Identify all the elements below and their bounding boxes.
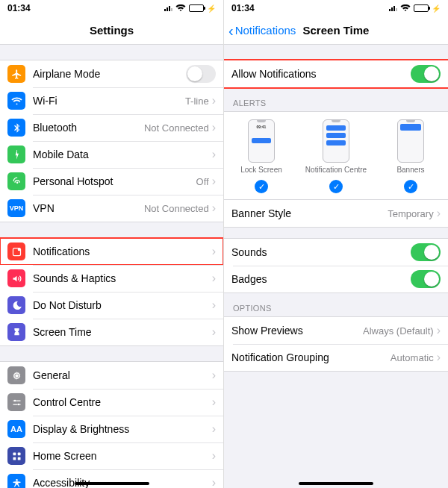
settings-row-dnd[interactable]: Do Not Disturb› [0,292,223,319]
row-label: Screen Time [33,326,212,338]
airplane-toggle[interactable] [186,65,216,83]
allow-notifications-row[interactable]: Allow Notifications [224,60,448,87]
row-label: Control Centre [33,396,212,408]
allow-notifications-toggle[interactable] [411,65,441,83]
row-label: Mobile Data [33,148,212,160]
settings-row-airplane[interactable]: Airplane Mode [0,60,223,87]
sounds-toggle[interactable] [411,243,441,261]
wifi-status-icon [400,4,411,12]
show-previews-label: Show Previews [231,325,363,337]
settings-row-general[interactable]: General› [0,362,223,389]
badges-row[interactable]: Badges [224,266,448,293]
settings-row-home[interactable]: Home Screen› [0,442,223,469]
chevron-right-icon: › [212,325,216,339]
settings-row-accessibility[interactable]: Accessibility› [0,469,223,488]
settings-group: Airplane ModeWi-FiT-line›BluetoothNot Co… [0,60,223,222]
show-previews-value: Always (Default) [363,325,434,337]
settings-row-control[interactable]: Control Centre› [0,389,223,416]
accessibility-icon [7,474,25,488]
alert-style-lock[interactable]: 09:41Lock Screen✓ [225,119,299,193]
settings-row-mobiledata[interactable]: Mobile Data› [0,141,223,168]
home-indicator[interactable] [299,482,373,485]
svg-point-12 [16,478,18,481]
settings-row-screentime[interactable]: Screen Time› [0,319,223,345]
row-label: Bluetooth [33,122,144,134]
alert-style-label: Notification Centre [305,166,367,174]
settings-row-wifi[interactable]: Wi-FiT-line› [0,87,223,114]
row-value: T-line [185,96,209,107]
settings-row-notifications[interactable]: Notifications› [0,238,223,265]
signal-icon [389,6,397,11]
hotspot-icon [7,172,25,190]
svg-point-0 [16,150,16,151]
wifi-status-icon [175,4,186,12]
alert-style-centre[interactable]: Notification Centre✓ [299,119,373,193]
chevron-right-icon: › [212,201,216,215]
badges-label: Badges [231,273,411,285]
home-indicator[interactable] [75,482,149,485]
svg-point-3 [17,248,20,251]
show-previews-row[interactable]: Show Previews Always (Default) › [224,317,448,344]
chevron-right-icon: › [212,422,216,436]
row-label: Wi-Fi [33,95,185,107]
airplane-icon [7,65,25,83]
settings-row-sounds[interactable]: Sounds & Haptics› [0,265,223,292]
settings-group: General›Control Centre›AADisplay & Brigh… [0,361,223,488]
notification-grouping-row[interactable]: Notification Grouping Automatic › [224,344,448,371]
nav-bar: ‹ Notifications Screen Time [224,16,448,45]
row-label: Airplane Mode [33,68,186,80]
settings-row-vpn[interactable]: VPNVPNNot Connected› [0,195,223,222]
bluetooth-icon [7,119,25,137]
general-icon [7,366,25,384]
alert-style-check[interactable]: ✓ [255,180,268,193]
settings-list[interactable]: Airplane ModeWi-FiT-line›BluetoothNot Co… [0,45,223,488]
back-button[interactable]: ‹ Notifications [224,24,296,37]
notifications-icon [7,243,25,260]
row-label: VPN [33,202,144,214]
alert-style-check[interactable]: ✓ [404,180,417,193]
chevron-right-icon: › [212,148,216,161]
alert-style-label: Banners [396,166,424,174]
display-icon: AA [7,420,25,438]
alert-style-check[interactable]: ✓ [329,180,343,193]
badges-toggle[interactable] [411,270,441,288]
dnd-icon [7,296,25,314]
chevron-right-icon: › [212,476,216,488]
alert-style-banners[interactable]: Banners✓ [374,119,448,193]
control-icon [7,393,25,411]
status-indicators: ⚡ [389,4,441,13]
chevron-right-icon: › [212,395,216,409]
chevron-right-icon: › [212,449,216,463]
row-label: Display & Brightness [33,423,212,435]
settings-row-hotspot[interactable]: Personal HotspotOff› [0,168,223,195]
banner-style-label: Banner Style [231,207,388,219]
charging-icon: ⚡ [432,4,441,13]
notification-settings-screen: 01:34 ⚡ ‹ Notifications Screen Time Allo… [224,0,448,488]
status-indicators: ⚡ [164,4,216,13]
settings-row-display[interactable]: AADisplay & Brightness› [0,416,223,442]
allow-notifications-label: Allow Notifications [231,68,411,80]
notification-settings-list[interactable]: Allow Notifications ALERTS 09:41Lock Scr… [224,45,448,488]
page-title: Settings [0,24,223,37]
chevron-right-icon: › [212,175,216,188]
row-label: Do Not Disturb [33,299,212,311]
row-label: Personal Hotspot [33,175,196,187]
alert-preview-banners [397,119,424,163]
sounds-row[interactable]: Sounds [224,239,448,266]
svg-rect-10 [13,457,16,460]
banner-style-row[interactable]: Banner Style Temporary › [224,200,448,227]
row-value: Off [196,176,209,187]
vpn-icon: VPN [7,199,25,217]
chevron-right-icon: › [212,298,216,312]
row-value: Not Connected [144,122,209,134]
chevron-right-icon: › [437,351,441,364]
wifi-icon [7,92,25,110]
svg-point-7 [17,403,19,405]
nav-bar: Settings [0,16,223,45]
row-label: Sounds & Haptics [33,272,212,284]
chevron-right-icon: › [212,369,216,382]
settings-row-bluetooth[interactable]: BluetoothNot Connected› [0,114,223,141]
signal-icon [164,6,172,11]
chevron-right-icon: › [437,324,441,337]
banner-style-group: Banner Style Temporary › [224,200,448,228]
